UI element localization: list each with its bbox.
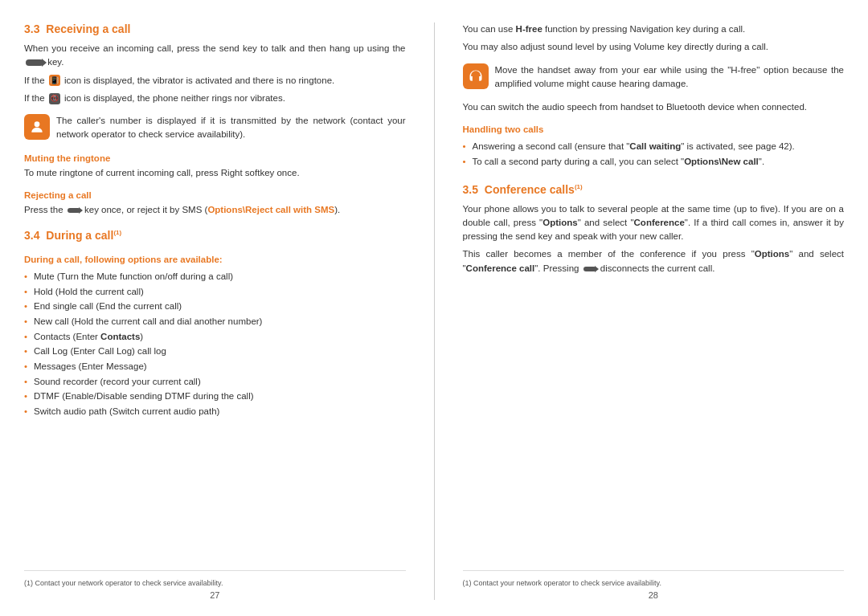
section-3-5-heading: 3.5 Conference calls(1) (463, 183, 845, 196)
left-column: 3.3 Receiving a call When you receive an… (24, 22, 406, 600)
muting-heading: Muting the ringtone (24, 153, 406, 163)
left-footnote: (1) Contact your network operator to che… (24, 570, 406, 587)
bluetooth-text: You can switch the audio speech from han… (463, 100, 845, 114)
rejecting-text: Press the key once, or reject it by SMS … (24, 203, 406, 217)
list-item: Sound recorder (record your current call… (24, 375, 406, 389)
end-dash-small-icon (68, 208, 80, 213)
right-column: You can use H-free function by pressing … (463, 22, 845, 600)
no-ring-icon: 📵 (49, 93, 60, 104)
conference-para2: This caller becomes a member of the conf… (463, 247, 845, 275)
options-title: During a call, following options are ava… (24, 255, 406, 264)
vibrate-icon: 📳 (49, 75, 60, 86)
sup-3-4: (1) (113, 229, 121, 236)
hfree-para2: You may also adjust sound level by using… (463, 40, 845, 54)
hfree-bold: H-free (516, 24, 542, 34)
receiving-para1: When you receive an incoming call, press… (24, 42, 406, 70)
list-item: Messages (Enter Message) (24, 360, 406, 373)
hfree-icon-row: Move the handset away from your ear whil… (463, 63, 845, 92)
list-item: End single call (End the current call) (24, 300, 406, 313)
handling-two-calls-heading: Handling two calls (463, 124, 845, 134)
right-footnote: (1) Contact your network operator to che… (463, 570, 845, 587)
right-page-num: 28 (463, 590, 845, 600)
hfree-para1: You can use H-free function by pressing … (463, 22, 845, 36)
column-divider (434, 22, 435, 600)
list-item: Switch audio path (Switch current audio … (24, 405, 406, 418)
list-item: DTMF (Enable/Disable sending DTMF during… (24, 390, 406, 403)
hfree-icon (463, 63, 489, 89)
page-container: 3.3 Receiving a call When you receive an… (0, 0, 868, 616)
section-3-3-heading: 3.3 Receiving a call (24, 22, 406, 35)
rejecting-heading: Rejecting a call (24, 190, 406, 200)
handling-bullet-1: Answering a second call (ensure that "Ca… (463, 140, 845, 153)
receiving-para2: If the 📳 icon is displayed, the vibrator… (24, 74, 406, 88)
caller-info-row: The caller's number is displayed if it i… (24, 114, 406, 142)
end-dash-conference-icon (583, 267, 596, 271)
section-3-4-heading: 3.4 During a call(1) (24, 229, 406, 242)
handling-bullet-2: To call a second party during a call, yo… (463, 155, 845, 169)
conference-para1: Your phone allows you to talk to several… (463, 202, 845, 244)
muting-text: To mute ringtone of current incoming cal… (24, 166, 406, 180)
end-dash-icon (26, 59, 43, 66)
hfree-warning-text: Move the handset away from your ear whil… (495, 63, 845, 92)
left-page-num: 27 (24, 590, 406, 600)
list-item: Hold (Hold the current call) (24, 285, 406, 299)
list-item: Mute (Turn the Mute function on/off duri… (24, 270, 406, 284)
list-item: Contacts (Enter Contacts) (24, 330, 406, 344)
caller-info-text: The caller's number is displayed if it i… (56, 114, 406, 142)
handling-bullets: Answering a second call (ensure that "Ca… (463, 140, 845, 169)
during-call-options: Mute (Turn the Mute function on/off duri… (24, 270, 406, 420)
reject-sms-bold: Options\Reject call with SMS (207, 205, 334, 214)
receiving-para3: If the 📵 icon is displayed, the phone ne… (24, 92, 406, 105)
svg-point-0 (35, 121, 40, 127)
caller-icon (24, 114, 50, 140)
sup-3-5: (1) (575, 183, 583, 190)
list-item: Call Log (Enter Call Log) call log (24, 345, 406, 358)
list-item: New call (Hold the current call and dial… (24, 315, 406, 328)
